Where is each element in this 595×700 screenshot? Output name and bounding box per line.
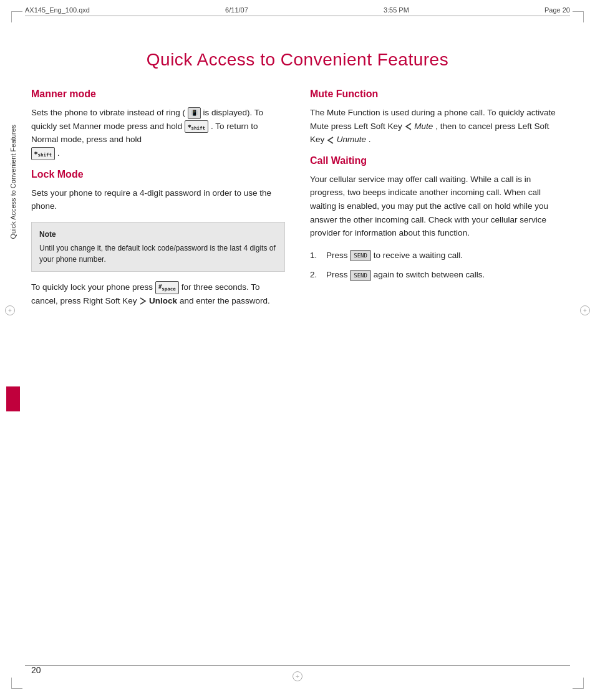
call-waiting-heading: Call Waiting — [310, 155, 564, 166]
unmute-label: Unmute — [337, 135, 366, 144]
header-time: 3:55 PM — [384, 6, 409, 14]
unlock-label: Unlock — [149, 296, 177, 305]
lock-mode-heading: Lock Mode — [31, 169, 285, 180]
lock-instruction-text3: and enter the password. — [180, 296, 270, 305]
mute-function-heading: Mute Function — [310, 89, 564, 100]
hash-space-icon: #space — [155, 281, 179, 294]
manner-mode-heading: Manner mode — [31, 89, 285, 100]
manner-mode-text4: . — [57, 148, 60, 158]
columns: Manner mode Sets the phone to vibrate in… — [31, 89, 564, 316]
reg-mark-right — [580, 305, 590, 315]
sidebar-label: Quick Access to Convenient Features — [9, 125, 22, 239]
list-item-2-content: Press SEND again to switch between calls… — [326, 268, 485, 282]
col-left: Manner mode Sets the phone to vibrate in… — [31, 89, 285, 316]
main-content: Quick Access to Convenient Features Mann… — [31, 37, 564, 663]
call-waiting-section: Call Waiting Your cellular service may o… — [310, 155, 564, 282]
mute-text-end: . — [369, 135, 371, 144]
unmute-left-softkey-icon — [327, 135, 337, 144]
mute-left-softkey-icon — [405, 122, 415, 131]
corner-mark-br — [573, 678, 584, 689]
list-item-1-post: to receive a waiting call. — [374, 251, 463, 260]
call-waiting-list: 1. Press SEND to receive a waiting call.… — [310, 249, 564, 282]
list-item-2-post: again to switch between calls. — [374, 270, 485, 279]
header-bar: AX145_Eng_100.qxd 6/11/07 3:55 PM Page 2… — [25, 6, 570, 16]
lock-mode-section: Lock Mode Sets your phone to require a 4… — [31, 169, 285, 308]
reg-mark-left — [5, 305, 15, 315]
call-waiting-text: Your cellular service may offer call wai… — [310, 173, 564, 240]
manner-mode-section: Manner mode Sets the phone to vibrate in… — [31, 89, 285, 160]
reg-mark-bottom — [293, 671, 302, 681]
page-number: 20 — [31, 665, 41, 675]
list-item-2-pre: Press — [326, 270, 350, 279]
sidebar-accent — [6, 386, 20, 411]
header-page: Page 20 — [544, 6, 570, 14]
corner-mark-tl — [11, 11, 22, 22]
star-shift-icon: ✱shift — [185, 120, 208, 133]
note-label: Note — [39, 229, 277, 240]
header-filename: AX145_Eng_100.qxd — [25, 6, 90, 14]
send-button-icon-2: SEND — [350, 270, 371, 281]
right-soft-key-icon — [139, 296, 149, 305]
header-date: 6/11/07 — [225, 6, 248, 14]
corner-mark-tr — [573, 11, 584, 22]
mute-label: Mute — [414, 122, 433, 131]
vibrate-icon: 📳 — [188, 107, 201, 118]
list-num-2: 2. — [310, 268, 322, 282]
lock-mode-text: Sets your phone to require a 4-digit pas… — [31, 186, 285, 213]
corner-mark-bl — [11, 678, 22, 689]
manner-mode-text: Sets the phone to vibrate instead of rin… — [31, 106, 285, 160]
star-shift-icon2: ✱shift — [31, 147, 55, 160]
mute-function-section: Mute Function The Mute Function is used … — [310, 89, 564, 146]
lock-instruction: To quickly lock your phone press #space … — [31, 280, 285, 307]
manner-mode-text1: Sets the phone to vibrate instead of rin… — [31, 108, 185, 117]
note-text: Until you change it, the default lock co… — [39, 244, 276, 264]
list-item: 1. Press SEND to receive a waiting call. — [310, 249, 564, 262]
bottom-line — [25, 665, 570, 666]
page-title: Quick Access to Convenient Features — [31, 37, 564, 70]
note-box: Note Until you change it, the default lo… — [31, 222, 285, 272]
list-num-1: 1. — [310, 249, 322, 262]
list-item-1-pre: Press — [326, 251, 350, 260]
lock-instruction-text1: To quickly lock your phone press — [31, 282, 153, 292]
send-button-icon-1: SEND — [350, 250, 371, 261]
list-item: 2. Press SEND again to switch between ca… — [310, 268, 564, 282]
list-item-1-content: Press SEND to receive a waiting call. — [326, 249, 463, 262]
col-right: Mute Function The Mute Function is used … — [310, 89, 564, 316]
mute-function-text: The Mute Function is used during a phone… — [310, 106, 564, 146]
